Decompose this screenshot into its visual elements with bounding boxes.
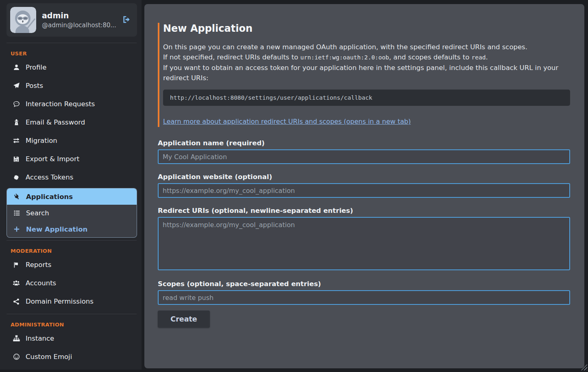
application-name-field: Application name (required) <box>158 139 570 164</box>
floppy-disk-icon <box>12 156 20 162</box>
read-code: read <box>472 54 486 61</box>
redirect-uris-textarea[interactable] <box>158 217 570 270</box>
page-intro-block: New Application On this page you can cre… <box>158 23 570 127</box>
sidebar-item-custom-emoji[interactable]: Custom Emoji <box>0 348 142 366</box>
sidebar-item-label: Interaction Requests <box>26 100 95 108</box>
sidebar-item-email-password[interactable]: Email & Password <box>0 113 142 131</box>
create-button[interactable]: Create <box>158 311 210 328</box>
oob-code: urn:ietf:wg:oauth:2.0:oob <box>301 54 389 61</box>
application-website-label: Application website (optional) <box>158 173 570 181</box>
sidebar-item-applications-search[interactable]: Search <box>7 205 137 221</box>
sidebar-item-migration[interactable]: Migration <box>0 131 142 150</box>
redirect-uris-label: Redirect URIs (optional, newline-separat… <box>158 207 570 214</box>
user-secret-icon <box>12 119 20 126</box>
plug-icon <box>13 193 21 200</box>
user-icon <box>12 64 20 71</box>
sidebar-item-label: Applications <box>26 193 73 201</box>
sidebar-item-label: Access Tokens <box>26 173 73 181</box>
logout-button[interactable] <box>122 15 131 25</box>
sidebar-item-posts[interactable]: Posts <box>0 77 142 95</box>
sidebar-item-profile[interactable]: Profile <box>0 58 142 77</box>
user-display-name: admin <box>42 11 122 20</box>
settings-sidebar: admin @admin@localhost:80... USER Profil… <box>0 0 142 370</box>
flag-icon <box>12 262 20 268</box>
sloth-avatar <box>10 7 36 33</box>
new-application-panel: New Application On this page you can cre… <box>144 4 584 368</box>
section-label-user: USER <box>11 50 142 57</box>
sidebar-item-reports[interactable]: Reports <box>0 256 142 274</box>
exchange-arrows-icon <box>12 137 20 144</box>
sidebar-item-access-tokens[interactable]: Access Tokens <box>0 168 142 186</box>
scopes-label: Scopes (optional, space-separated entrie… <box>158 280 570 288</box>
sidebar-item-label: Search <box>26 209 49 217</box>
smiley-icon <box>12 353 20 360</box>
user-meta: admin @admin@localhost:80... <box>42 11 122 29</box>
intro-line-1: On this page you can create a new manage… <box>163 42 570 52</box>
sidebar-divider <box>7 43 137 43</box>
sidebar-item-accounts[interactable]: Accounts <box>0 274 142 292</box>
sidebar-item-label: Migration <box>26 137 57 144</box>
sidebar-item-interaction-requests[interactable]: Interaction Requests <box>0 95 142 113</box>
page-title: New Application <box>163 23 570 34</box>
intro-text: On this page you can create a new manage… <box>163 42 570 83</box>
sign-out-icon <box>122 15 131 25</box>
certificate-icon <box>12 174 20 181</box>
sitemap-icon <box>12 335 20 342</box>
comment-dots-icon <box>12 101 20 107</box>
section-label-moderation: MODERATION <box>11 248 142 254</box>
intro-line-3: If you want to obtain an access token fo… <box>163 63 570 83</box>
share-nodes-icon <box>12 298 20 305</box>
scopes-field: Scopes (optional, space-separated entrie… <box>158 280 570 305</box>
learn-more-link[interactable]: Learn more about application redirect UR… <box>163 118 411 125</box>
sidebar-item-label: Instance <box>26 335 54 342</box>
sidebar-item-label: Domain Permissions <box>26 298 94 305</box>
applications-group: Applications Search New Application <box>7 188 137 238</box>
sidebar-item-actions[interactable]: Actions <box>0 366 142 370</box>
sidebar-item-label: Posts <box>26 82 43 90</box>
redirect-uris-field: Redirect URIs (optional, newline-separat… <box>158 207 570 270</box>
paper-plane-icon <box>12 82 20 89</box>
sidebar-item-label: Accounts <box>26 279 56 287</box>
sidebar-item-label: Custom Emoji <box>26 353 72 361</box>
sidebar-item-label: Export & Import <box>26 155 79 163</box>
sidebar-item-label: Profile <box>26 63 46 71</box>
sidebar-item-label: New Application <box>26 225 87 233</box>
intro-line-2: If not specified, redirect URIs defaults… <box>163 52 570 63</box>
application-website-input[interactable] <box>158 183 570 198</box>
application-website-field: Application website (optional) <box>158 173 570 198</box>
sidebar-divider <box>7 314 137 314</box>
sidebar-item-label: Reports <box>26 261 51 269</box>
application-name-label: Application name (required) <box>158 139 570 147</box>
callback-url-code-block: http://localhost:8080/settings/user/appl… <box>163 90 570 106</box>
sidebar-divider <box>7 240 137 241</box>
section-label-administration: ADMINISTRATION <box>11 322 142 328</box>
sidebar-item-new-application[interactable]: New Application <box>7 221 137 237</box>
sidebar-item-domain-permissions[interactable]: Domain Permissions <box>0 292 142 311</box>
sidebar-item-applications[interactable]: Applications <box>7 188 137 205</box>
list-icon <box>13 210 21 217</box>
user-card: admin @admin@localhost:80... <box>7 3 137 37</box>
new-application-form: Application name (required) Application … <box>158 139 570 328</box>
sidebar-item-instance[interactable]: Instance <box>0 329 142 348</box>
users-icon <box>12 280 20 287</box>
application-name-input[interactable] <box>158 149 570 164</box>
user-handle: @admin@localhost:80... <box>42 22 122 29</box>
sidebar-item-label: Email & Password <box>26 118 85 126</box>
sidebar-item-export-import[interactable]: Export & Import <box>0 150 142 168</box>
plus-icon <box>13 226 21 232</box>
scopes-input[interactable] <box>158 290 570 305</box>
